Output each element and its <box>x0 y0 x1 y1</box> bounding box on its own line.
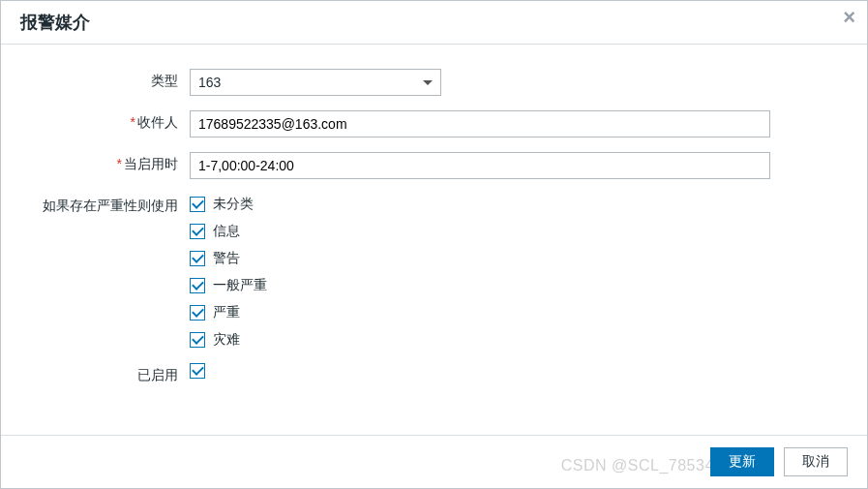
severity-item-average: 一般严重 <box>190 277 267 294</box>
row-severity: 如果存在严重性则使用 未分类 信息 警告 <box>40 194 828 349</box>
type-select-value: 163 <box>198 75 221 90</box>
severity-label: 严重 <box>213 304 240 321</box>
close-icon[interactable]: × <box>843 7 855 28</box>
type-select[interactable]: 163 <box>190 69 441 96</box>
update-button[interactable]: 更新 <box>710 447 774 476</box>
severity-checkbox-list: 未分类 信息 警告 一般严重 <box>190 194 267 349</box>
severity-checkbox-disaster[interactable] <box>190 332 205 348</box>
label-severity: 如果存在严重性则使用 <box>40 194 190 215</box>
cancel-button[interactable]: 取消 <box>784 447 848 476</box>
enabled-checkbox[interactable] <box>190 363 205 379</box>
severity-label: 灾难 <box>213 331 240 349</box>
severity-item-warning: 警告 <box>190 250 267 267</box>
modal-title: 报警媒介 <box>20 11 848 34</box>
severity-item-info: 信息 <box>190 223 267 240</box>
required-marker: * <box>131 114 135 130</box>
when-enabled-input[interactable] <box>190 152 770 179</box>
severity-label: 信息 <box>213 223 240 240</box>
required-marker: * <box>117 156 122 171</box>
label-enabled: 已启用 <box>40 363 190 384</box>
severity-label: 未分类 <box>213 196 254 213</box>
modal-header: 报警媒介 <box>1 1 867 45</box>
severity-item-high: 严重 <box>190 304 267 321</box>
severity-checkbox-info[interactable] <box>190 224 205 239</box>
modal-footer: 更新 取消 <box>1 435 867 488</box>
severity-checkbox-unclassified[interactable] <box>190 197 205 212</box>
severity-checkbox-warning[interactable] <box>190 251 205 266</box>
row-type: 类型 163 <box>40 69 828 96</box>
alert-media-modal: × 报警媒介 类型 163 *收件人 *当启用时 <box>0 0 868 489</box>
severity-checkbox-high[interactable] <box>190 305 205 321</box>
severity-item-disaster: 灾难 <box>190 331 267 349</box>
row-when-enabled: *当启用时 <box>40 152 828 179</box>
label-recipient: *收件人 <box>40 110 190 132</box>
modal-body: 类型 163 *收件人 *当启用时 如果存在严重性则使用 <box>1 45 867 409</box>
severity-item-unclassified: 未分类 <box>190 196 267 213</box>
row-enabled: 已启用 <box>40 363 828 384</box>
severity-checkbox-average[interactable] <box>190 278 205 293</box>
severity-label: 一般严重 <box>213 277 267 294</box>
label-when-enabled: *当启用时 <box>40 152 190 173</box>
label-type: 类型 <box>40 69 190 90</box>
row-recipient: *收件人 <box>40 110 828 138</box>
recipient-input[interactable] <box>190 110 770 138</box>
severity-label: 警告 <box>213 250 240 267</box>
